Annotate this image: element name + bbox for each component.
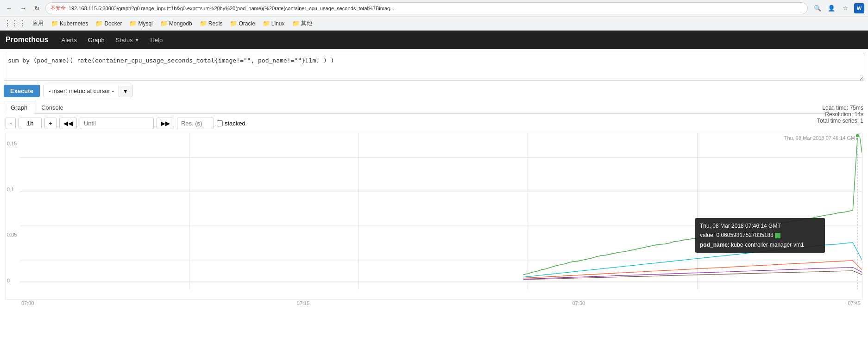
range-plus-button[interactable]: + [44,118,57,129]
bookmark-mongodb[interactable]: 📁 Mongodb [157,19,195,28]
folder-icon: 📁 [51,20,58,27]
bookmark-kubernetes[interactable]: 📁 Kubernetes [48,19,91,28]
stacked-label: stacked [225,120,245,127]
x-label-0700: 07:00 [21,300,34,306]
bookmark-mysql-label: Mysql [138,20,152,27]
nav-graph-label: Graph [88,37,105,44]
main-content: sum by (pod_name)( rate(container_cpu_us… [0,49,868,311]
stats-panel: Load time: 75ms Resolution: 14s Total ti… [817,105,863,124]
resolution-stat: Resolution: 14s [817,111,863,118]
bookmark-mongodb-label: Mongodb [169,20,192,27]
bookmark-docker-label: Docker [104,20,122,27]
tab-graph[interactable]: Graph [4,101,34,114]
bookmark-linux-label: Linux [271,20,285,27]
folder-icon: 📁 [263,20,270,27]
execute-button[interactable]: Execute [4,85,40,97]
bookmark-apps-label: 应用 [32,19,44,27]
y-label-1: 0.1 [7,187,17,192]
tabs-bar: Graph Console [4,101,864,114]
bookmark-mysql[interactable]: 📁 Mysql [126,19,155,28]
chart-svg [20,133,862,299]
back-button[interactable]: ← [4,3,15,14]
load-time-stat: Load time: 75ms [817,105,863,111]
graph-controls: - + ◀◀ ▶▶ stacked [4,114,864,133]
folder-icon: 📁 [95,20,103,27]
stacked-checkbox-label[interactable]: stacked [217,120,245,127]
folder-icon: 📁 [200,20,207,27]
y-label-2: 0.05 [7,232,17,237]
bookmark-docker[interactable]: 📁 Docker [93,19,125,28]
tab-graph-label: Graph [11,104,27,111]
insecure-badge: 不安全 [50,5,66,12]
browser-icons: 🔍 👤 ☆ W [812,3,864,13]
bookmark-oracle[interactable]: 📁 Oracle [227,19,258,28]
bookmark-redis-label: Redis [208,20,223,27]
browser-chrome: ← → ↻ 不安全 192.168.115.5:30003/graph?g0.r… [0,0,868,17]
nav-bar: Prometheus Alerts Graph Status ▼ Help [0,31,868,49]
resolution-input[interactable] [177,118,214,129]
x-label-0745: 07:45 [848,300,861,306]
bookmark-other[interactable]: 📁 其他 [289,19,315,28]
nav-alerts[interactable]: Alerts [56,31,82,49]
bookmark-apps[interactable]: 应用 [30,19,46,28]
next-time-button[interactable]: ▶▶ [157,118,174,129]
insert-metric-dropdown[interactable]: ▼ [119,86,132,97]
range-input[interactable] [19,118,42,129]
bookmark-linux[interactable]: 📁 Linux [260,19,288,28]
bookmarks-bar: ⋮⋮⋮ 应用 📁 Kubernetes 📁 Docker 📁 Mysql 📁 M… [0,17,868,31]
folder-icon: 📁 [230,20,237,27]
toolbar: Execute - insert metric at cursor - ▼ [4,85,864,97]
nav-status[interactable]: Status ▼ [110,31,145,49]
stacked-checkbox[interactable] [217,120,223,126]
svg-point-10 [855,134,859,137]
status-dropdown-icon: ▼ [135,37,139,43]
tab-console[interactable]: Console [34,101,70,114]
total-series-stat: Total time series: 1 [817,118,863,124]
forward-button[interactable]: → [18,3,29,14]
nav-alerts-label: Alerts [61,37,76,44]
nav-brand[interactable]: Prometheus [6,36,48,44]
query-input[interactable]: sum by (pod_name)( rate(container_cpu_us… [4,53,864,81]
profile-icon[interactable]: 👤 [826,3,837,13]
nav-graph[interactable]: Graph [82,31,110,49]
x-axis-labels: 07:00 07:15 07:30 07:45 [4,299,864,307]
y-label-0: 0.15 [7,141,17,146]
address-bar[interactable]: 不安全 192.168.115.5:30003/graph?g0.range_i… [45,2,808,14]
nav-help[interactable]: Help [145,31,169,49]
insert-metric-group: - insert metric at cursor - ▼ [44,85,132,97]
address-text: 192.168.115.5:30003/graph?g0.range_input… [69,6,803,11]
x-label-0715: 07:15 [297,300,310,306]
until-input[interactable] [80,118,154,129]
bookmark-star-icon[interactable]: ☆ [840,3,850,13]
y-axis-labels: 0.15 0.1 0.05 0 [7,141,17,293]
search-icon[interactable]: 🔍 [812,3,823,13]
chart-container: Thu, 08 Mar 2018 07:46:14 GMT 0.15 0.1 0… [6,133,862,299]
tab-console-label: Console [41,104,63,111]
bookmark-kubernetes-label: Kubernetes [60,20,88,27]
bookmark-other-label: 其他 [301,19,312,27]
folder-icon: 📁 [129,20,137,27]
range-minus-button[interactable]: - [6,118,16,129]
folder-icon: 📁 [292,20,300,27]
nav-status-label: Status [116,37,133,44]
x-label-0730: 07:30 [572,300,585,306]
nav-help-label: Help [151,37,163,44]
apps-icon[interactable]: ⋮⋮⋮ [4,19,26,28]
bookmark-oracle-label: Oracle [239,20,255,27]
word-badge: W [854,3,864,13]
bookmark-redis[interactable]: 📁 Redis [197,19,226,28]
prev-time-button[interactable]: ◀◀ [59,118,77,129]
y-label-3: 0 [7,278,17,283]
folder-icon: 📁 [160,20,168,27]
refresh-button[interactable]: ↻ [31,3,43,14]
insert-metric-label: - insert metric at cursor - [44,85,119,97]
